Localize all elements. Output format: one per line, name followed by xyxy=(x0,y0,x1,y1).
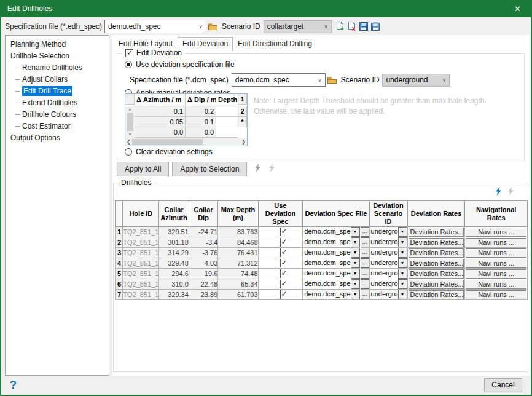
rates-cell[interactable]: 0.2 xyxy=(186,106,216,117)
navigational-rates-button[interactable]: Navi runs ... xyxy=(466,238,526,247)
max-depth-cell[interactable]: 76.431 xyxy=(218,248,258,258)
collar-azimuth-cell[interactable]: 329.51 xyxy=(159,227,189,237)
horizontal-scrollbar[interactable]: ❮ ❯ xyxy=(125,138,247,146)
navigational-rates-button[interactable]: Navi runs ... xyxy=(466,259,526,268)
deviation-rates-button[interactable]: Deviation Rates... xyxy=(409,280,464,289)
hole-id-cell[interactable]: TQ2_851_1 xyxy=(123,258,159,269)
delete-scenario-icon[interactable]: x xyxy=(347,21,358,32)
clear-settings-radio[interactable] xyxy=(125,148,132,156)
use-deviation-spec-checkbox[interactable] xyxy=(280,290,281,299)
deviation-rates-button[interactable]: Deviation Rates... xyxy=(409,290,464,299)
rates-cell[interactable] xyxy=(216,127,238,138)
collar-azimuth-cell[interactable]: 301.18 xyxy=(159,237,189,248)
scenario-dropdown-icon[interactable]: ▼ xyxy=(398,258,407,268)
dcm-spec-combobox[interactable]: demo.dcm_spec ∨ xyxy=(232,73,326,87)
scroll-up-icon[interactable]: ˄ xyxy=(128,107,131,113)
scenario-dropdown-icon[interactable]: ▼ xyxy=(398,227,407,237)
spec-file-dropdown-icon[interactable]: ▼ xyxy=(351,237,360,247)
sidebar-item-output-options[interactable]: Output Options xyxy=(6,132,109,144)
rates-cell[interactable]: 0.05 xyxy=(135,117,186,127)
scrollbar-thumb[interactable] xyxy=(132,139,203,145)
sidebar-item-extend-drillholes[interactable]: Extend Drillholes xyxy=(6,97,109,109)
scenario-dropdown-icon[interactable]: ▼ xyxy=(398,248,407,258)
folder-icon[interactable] xyxy=(208,21,218,32)
tab-edit-directional-drilling[interactable]: Edit Directional Drilling xyxy=(233,37,317,51)
navigational-rates-button[interactable]: Navi runs ... xyxy=(466,290,526,299)
edit-deviation-checkbox[interactable] xyxy=(125,49,133,57)
spec-file-dropdown-icon[interactable]: ▼ xyxy=(351,258,360,268)
scenario-dropdown-icon[interactable]: ▼ xyxy=(398,290,407,299)
use-deviation-spec-checkbox[interactable] xyxy=(280,238,281,247)
collar-dip-cell[interactable]: -4.03 xyxy=(189,258,217,269)
scenario-id-combobox[interactable]: collartarget ∨ xyxy=(264,20,332,33)
sidebar-item-drillhole-selection[interactable]: Drillhole Selection xyxy=(6,50,109,62)
deviation-rates-button[interactable]: Deviation Rates... xyxy=(409,269,464,279)
row-number-cell[interactable]: 6 xyxy=(116,279,123,290)
spec-file-dropdown-icon[interactable]: ▼ xyxy=(351,269,360,279)
max-depth-cell[interactable]: 61.703 xyxy=(218,290,258,300)
use-spec-radio[interactable] xyxy=(125,61,132,68)
rates-cell[interactable]: 0.1 xyxy=(186,117,216,127)
navigational-rates-button[interactable]: Navi runs ... xyxy=(466,228,526,237)
deviation-rates-button[interactable]: Deviation Rates... xyxy=(409,259,464,268)
use-deviation-spec-checkbox[interactable] xyxy=(280,280,281,288)
folder-icon[interactable] xyxy=(327,74,337,85)
rates-cell[interactable]: 0.0 xyxy=(135,127,186,138)
collar-dip-cell[interactable]: -3.4 xyxy=(189,237,217,248)
spec-file-browse-button[interactable]: ... xyxy=(361,290,369,299)
hole-id-cell[interactable]: TQ2_851_1 xyxy=(123,237,159,248)
spec-file-dropdown-icon[interactable]: ▼ xyxy=(351,290,360,299)
save-icon[interactable] xyxy=(359,21,369,32)
spec-file-browse-button[interactable]: ... xyxy=(361,227,369,237)
navigational-rates-button[interactable]: Navi runs ... xyxy=(466,248,526,258)
grid-bolt-icon[interactable] xyxy=(495,187,502,198)
max-depth-cell[interactable]: 84.468 xyxy=(218,237,258,248)
new-scenario-icon[interactable]: + xyxy=(335,21,346,32)
collar-dip-cell[interactable]: 19.6 xyxy=(189,269,217,279)
hole-id-cell[interactable]: TQ2_851_1 xyxy=(123,290,159,300)
collar-azimuth-cell[interactable]: 294.6 xyxy=(159,269,189,279)
row-number-cell[interactable]: 1 xyxy=(116,227,123,237)
collar-dip-cell[interactable]: -3.76 xyxy=(189,248,217,258)
apply-to-selection-button[interactable]: Apply to Selection xyxy=(172,162,247,176)
row-number-cell[interactable]: 4 xyxy=(116,258,123,269)
sidebar-item-rename-drillholes[interactable]: Rename Drillholes xyxy=(6,62,109,74)
rates-cell[interactable]: 0.1 xyxy=(135,106,186,117)
deviation-rates-button[interactable]: Deviation Rates... xyxy=(409,238,464,247)
row-number-cell[interactable]: 2 xyxy=(116,237,123,248)
sidebar-item-drillhole-colours[interactable]: Drillhole Colours xyxy=(6,109,109,121)
hole-id-cell[interactable]: TQ2_851_1 xyxy=(123,269,159,279)
deviation-rates-button[interactable]: Deviation Rates... xyxy=(409,248,464,258)
collar-azimuth-cell[interactable]: 329.34 xyxy=(159,290,189,300)
scenario-dropdown-icon[interactable]: ▼ xyxy=(398,279,407,289)
spec-file-combobox[interactable]: demo.edh_spec ∨ xyxy=(104,20,206,33)
sidebar-item-planning-method[interactable]: Planning Method xyxy=(6,39,109,50)
use-deviation-spec-checkbox[interactable] xyxy=(280,248,281,257)
spec-file-browse-button[interactable]: ... xyxy=(361,279,369,289)
dev-scenario-combobox[interactable]: underground ∨ xyxy=(382,74,450,87)
help-icon[interactable]: ? xyxy=(10,379,17,392)
collar-azimuth-cell[interactable]: 314.29 xyxy=(159,248,189,258)
close-icon[interactable]: ✕ xyxy=(510,3,525,15)
collar-dip-cell[interactable]: -24.71 xyxy=(189,227,217,237)
apply-to-all-button[interactable]: Apply to All xyxy=(117,162,169,176)
sidebar-item-edit-drill-trace[interactable]: Edit Drill Trace xyxy=(6,85,109,97)
hole-id-cell[interactable]: TQ2_851_1 xyxy=(123,227,159,237)
collar-dip-cell[interactable]: 23.89 xyxy=(189,290,217,300)
collar-azimuth-cell[interactable]: 329.48 xyxy=(159,258,189,269)
use-deviation-spec-checkbox[interactable] xyxy=(280,228,281,236)
scroll-left-icon[interactable]: ❮ xyxy=(127,139,131,145)
hole-id-cell[interactable]: TQ2_851_1 xyxy=(123,248,159,258)
navigational-rates-button[interactable]: Navi runs ... xyxy=(466,269,526,279)
collar-azimuth-cell[interactable]: 310.0 xyxy=(159,279,189,290)
max-depth-cell[interactable]: 83.763 xyxy=(218,227,258,237)
spec-file-browse-button[interactable]: ... xyxy=(361,258,369,268)
spec-file-browse-button[interactable]: ... xyxy=(361,237,369,247)
max-depth-cell[interactable]: 65.34 xyxy=(218,279,258,290)
spec-file-browse-button[interactable]: ... xyxy=(361,248,369,258)
vertical-scrollbar[interactable]: ˄˅ xyxy=(125,106,135,138)
scrollbar-thumb[interactable] xyxy=(127,113,133,131)
rates-cell[interactable]: 0.0 xyxy=(186,127,216,138)
navigational-rates-button[interactable]: Navi runs ... xyxy=(466,280,526,289)
use-deviation-spec-checkbox[interactable] xyxy=(280,259,281,267)
